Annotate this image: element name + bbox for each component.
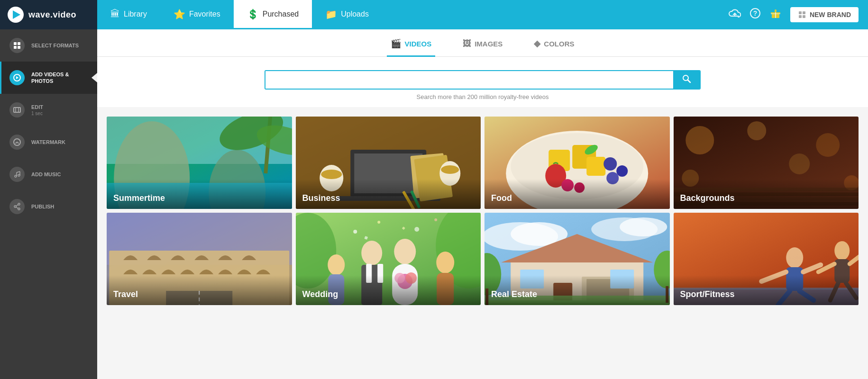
grid-item-backgrounds[interactable]: Backgrounds [674,117,859,209]
sidebar-icon-publish [9,199,25,214]
uploads-icon: 📁 [325,9,337,20]
main-body: SELECT FORMATS ADD VIDEOS & PHOTOS EDIT … [0,29,868,379]
sidebar-label-select-formats: SELECT FORMATS [31,42,79,49]
grid-item-wedding[interactable]: Wedding [296,213,481,305]
new-brand-button[interactable]: NEW BRAND [790,7,859,22]
tab-purchased-label: Purchased [263,10,299,18]
svg-rect-12 [14,46,17,49]
sidebar-label-edit: EDIT [31,104,43,110]
svg-point-60 [616,165,628,177]
svg-line-27 [16,205,18,206]
overlay-food: Food [484,179,670,209]
search-input[interactable] [265,71,673,89]
tab-library-label: Library [124,10,147,18]
svg-point-87 [434,218,437,221]
sidebar-label-add-music: ADD MUSIC [31,171,61,178]
sidebar-item-add-music[interactable]: ADD MUSIC [0,158,97,190]
overlay-backgrounds: Backgrounds [674,179,859,209]
top-nav: wave.video 🏛 Library ⭐ Favorites 💲 Purch… [0,0,868,29]
sidebar-arrow [91,73,97,82]
sidebar-icon-watermark [9,135,25,150]
tab-purchased[interactable]: 💲 Purchased [234,0,312,29]
svg-point-70 [789,153,810,174]
colors-tab-label: COLORS [544,40,574,48]
svg-rect-7 [803,11,805,14]
help-icon[interactable]: ? [749,8,761,22]
brand-icon [798,10,806,19]
svg-rect-9 [803,15,805,18]
overlay-travel: Travel [107,275,292,305]
tab-favorites[interactable]: ⭐ Favorites [160,0,234,29]
overlay-realestate: Real Estate [484,275,670,305]
sidebar: SELECT FORMATS ADD VIDEOS & PHOTOS EDIT … [0,29,97,379]
tab-library[interactable]: 🏛 Library [97,0,160,29]
content-tab-colors[interactable]: ◆ COLORS [530,32,578,57]
sidebar-sub-edit: 1 sec [31,111,43,116]
sidebar-item-select-formats[interactable]: SELECT FORMATS [0,29,97,62]
grid-item-summertime[interactable]: Summertime [107,117,292,209]
svg-point-99 [328,254,345,275]
svg-point-24 [14,206,16,208]
media-grid: Summertime [97,107,868,305]
grid-item-sport[interactable]: Sport/Fitness [674,213,859,305]
play-triangle [13,10,20,19]
svg-rect-13 [18,46,20,49]
logo-icon [8,7,24,23]
svg-rect-15 [14,108,20,112]
sidebar-item-add-videos[interactable]: ADD VIDEOS & PHOTOS [0,62,97,94]
svg-point-47 [321,170,342,179]
sidebar-item-watermark[interactable]: WATERMARK [0,126,97,158]
purchased-icon: 💲 [247,9,259,20]
cloud-icon[interactable] [729,8,741,21]
sidebar-label-publish: PUBLISH [31,203,54,210]
svg-point-49 [441,165,459,174]
sidebar-icon-select-formats [9,38,25,53]
svg-text:?: ? [753,9,758,17]
svg-point-101 [436,252,454,273]
svg-point-66 [685,126,714,154]
overlay-sport: Sport/Fitness [674,275,859,305]
svg-point-68 [816,133,840,157]
grid-item-food[interactable]: Food [484,117,670,209]
sidebar-icon-add-videos [9,70,25,85]
svg-line-23 [17,171,20,172]
content-area: 🎬 VIDEOS 🖼 IMAGES ◆ COLORS [97,29,868,379]
images-tab-label: IMAGES [475,40,503,48]
nav-right: ? NEW BRAND [719,0,868,29]
sidebar-label-watermark: WATERMARK [31,139,65,145]
grid-item-realestate[interactable]: Real Estate [484,213,670,305]
svg-point-90 [361,241,382,265]
overlay-summertime: Summertime [107,179,292,209]
content-tabs: 🎬 VIDEOS 🖼 IMAGES ◆ COLORS [97,29,868,57]
sidebar-item-publish[interactable]: PUBLISH [0,190,97,223]
svg-rect-8 [799,15,802,18]
tab-uploads[interactable]: 📁 Uploads [312,0,382,29]
svg-point-25 [18,203,20,205]
colors-tab-icon: ◆ [534,38,540,49]
svg-point-85 [377,221,380,224]
content-tab-images[interactable]: 🖼 IMAGES [459,32,506,57]
favorites-icon: ⭐ [174,9,185,20]
content-tab-videos[interactable]: 🎬 VIDEOS [387,32,435,57]
search-button[interactable] [673,71,700,89]
svg-rect-10 [14,42,17,45]
search-area: Search more than 200 million royalty-fre… [97,57,868,107]
svg-point-59 [603,157,617,171]
nav-tabs: 🏛 Library ⭐ Favorites 💲 Purchased 📁 Uplo… [97,0,719,29]
svg-point-107 [620,217,667,236]
grid-item-travel[interactable]: Travel [107,213,292,305]
search-bar [265,70,701,90]
gift-icon[interactable] [769,7,782,22]
grid-item-business[interactable]: Business [296,117,481,209]
videos-tab-label: VIDEOS [404,40,431,48]
overlay-business: Business [296,179,481,209]
videos-tab-icon: 🎬 [391,38,401,49]
sidebar-icon-add-music [9,167,25,182]
sidebar-item-edit[interactable]: EDIT 1 sec [0,94,97,126]
tab-uploads-label: Uploads [341,10,369,18]
logo-area: wave.video [0,0,97,29]
svg-point-94 [394,239,416,264]
search-icon [682,74,691,83]
new-brand-label: NEW BRAND [810,11,851,18]
svg-rect-11 [18,42,20,45]
